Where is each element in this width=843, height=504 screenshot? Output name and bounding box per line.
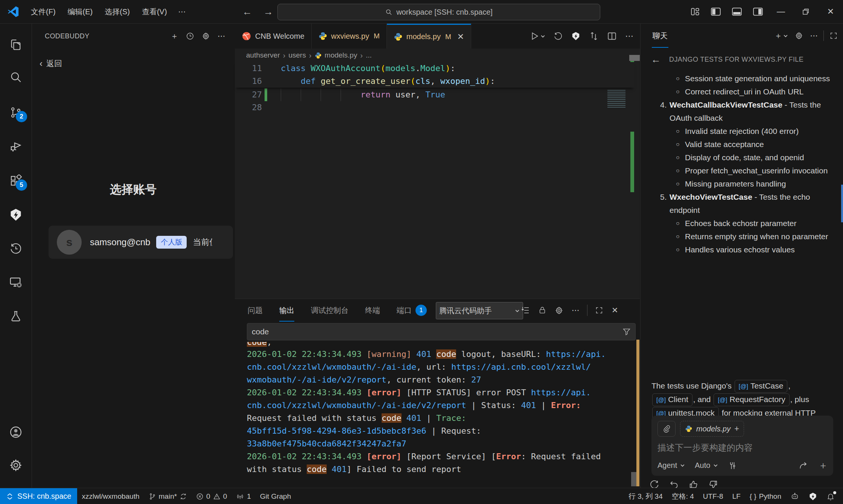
sidebar-settings-icon[interactable] <box>198 32 214 40</box>
log-link[interactable]: cnb.cool/xzzlwl/wxmobauth/-/ai-ide <box>247 362 416 372</box>
panel-scrollbar-thumb[interactable] <box>631 472 636 486</box>
breadcrumb-users[interactable]: users <box>288 51 306 59</box>
send-button[interactable] <box>799 461 808 471</box>
panel-settings-icon[interactable] <box>552 306 566 315</box>
log-link[interactable]: https://api. <box>546 349 606 359</box>
editor-scrollbar-thumb[interactable] <box>629 55 640 61</box>
timeline-history-icon[interactable] <box>0 235 32 262</box>
log-link[interactable]: wxmobauth/-/ai-ide/v2/report <box>247 375 387 384</box>
history-icon[interactable] <box>182 32 198 40</box>
log-link[interactable]: 45bff15d-5f98-4294-86e3-1d5bebc8f3e6 <box>247 426 426 436</box>
customize-layout-icon[interactable] <box>690 7 700 17</box>
encoding[interactable]: UTF-8 <box>698 488 728 504</box>
nav-back-icon[interactable]: ← <box>237 6 257 18</box>
log-link[interactable]: https://api. <box>531 388 591 397</box>
output-channel-select[interactable]: 腾讯云代码助手 <box>436 302 523 319</box>
git-graph-status[interactable]: Git Graph <box>256 488 295 504</box>
back-button[interactable]: ‹ 返回 <box>40 58 62 69</box>
notifications-bell-icon[interactable] <box>822 488 839 504</box>
extensions-icon[interactable]: 5 <box>0 167 32 194</box>
attach-file-button[interactable] <box>657 421 676 437</box>
add-context-icon[interactable]: + <box>734 424 739 434</box>
new-input-plus-icon[interactable]: ＋ <box>818 459 828 472</box>
code-area[interactable]: 27 return user, True28 <box>235 88 635 114</box>
inline-code-chip[interactable]: [@]TestCase <box>735 380 788 393</box>
close-tab-icon[interactable]: ✕ <box>457 32 464 42</box>
tab-models-py[interactable]: models.py M ✕ <box>387 24 471 49</box>
chat-scrollbar-thumb[interactable] <box>841 185 843 222</box>
remote-indicator[interactable]: SSH: cnb.space <box>0 488 77 504</box>
agent-mode-select[interactable]: Agent <box>657 461 685 470</box>
close-window-button[interactable]: ✕ <box>818 0 843 23</box>
menu-selection[interactable]: 选择(S) <box>99 4 136 19</box>
editor-more-icon[interactable]: ⋯ <box>622 31 636 41</box>
chat-input-placeholder[interactable]: 描述下一步要构建的内容 <box>657 442 827 454</box>
nav-forward-icon[interactable]: → <box>258 6 278 18</box>
menu-view[interactable]: 查看(V) <box>136 4 173 19</box>
breadcrumb-symbol[interactable]: ... <box>366 51 372 59</box>
run-debug-icon[interactable] <box>0 133 32 160</box>
chat-settings-icon[interactable] <box>791 32 806 40</box>
sticky-scroll[interactable]: 11class WXOAuthAccount(models.Model):16 … <box>235 62 635 88</box>
context-file-chip[interactable]: models.py + <box>680 421 744 437</box>
code-line[interactable]: 11class WXOAuthAccount(models.Model): <box>235 62 635 75</box>
ports-status[interactable]: 1 <box>231 488 256 504</box>
problems-status[interactable]: 0 0 <box>192 488 231 504</box>
sidebar-more-icon[interactable]: ⋯ <box>214 32 229 41</box>
toggle-sidebar-icon[interactable] <box>711 7 721 17</box>
model-select[interactable]: Auto <box>695 461 718 470</box>
timeline-restore-icon[interactable] <box>551 32 565 41</box>
language-mode[interactable]: { }Python <box>745 488 786 504</box>
auto-scroll-icon[interactable] <box>518 306 533 315</box>
close-panel-icon[interactable]: ✕ <box>609 306 621 315</box>
search-view-icon[interactable] <box>0 64 32 91</box>
indentation[interactable]: 空格: 4 <box>667 488 698 504</box>
account-icon[interactable] <box>0 419 32 446</box>
git-branch[interactable]: main* <box>144 488 192 504</box>
settings-gear-icon[interactable] <box>0 452 32 479</box>
log-link[interactable]: https://api.cnb.cool/xzzlwl/ <box>451 362 591 372</box>
back-arrow-icon[interactable]: ← <box>651 54 661 65</box>
remote-explorer-icon[interactable] <box>0 269 32 296</box>
test-beaker-icon[interactable] <box>0 303 32 330</box>
code-line[interactable]: 27 return user, True <box>235 88 635 101</box>
tab-terminal[interactable]: 终端 <box>365 299 380 322</box>
restore-button[interactable] <box>793 0 818 23</box>
output-filter-input[interactable]: code <box>247 323 636 340</box>
breadcrumb[interactable]: authserver › users › models.py › ... <box>235 49 651 62</box>
tab-chat[interactable]: 聊天 <box>652 24 668 48</box>
close-chat-icon[interactable]: ✕ <box>841 31 843 40</box>
cursor-position[interactable]: 行 3, 列 34 <box>624 488 667 504</box>
expand-chat-icon[interactable] <box>826 32 841 40</box>
repo-name[interactable]: xzzlwl/wxmobauth <box>77 488 144 504</box>
menu-more-icon[interactable]: ⋯ <box>173 7 191 16</box>
minimize-button[interactable]: — <box>768 0 793 23</box>
code-line[interactable]: 16 def get_or_create_user(cls, wxopen_id… <box>235 75 635 88</box>
tab-debug-console[interactable]: 调试控制台 <box>311 299 348 322</box>
panel-more-icon[interactable]: ⋯ <box>569 306 583 315</box>
filter-funnel-icon[interactable] <box>622 328 631 336</box>
inline-code-chip[interactable]: [@]RequestFactory <box>714 393 789 406</box>
log-link[interactable]: cnb.cool/xzzlwl/wxmobauth/-/ai-ide/v2/re… <box>247 401 466 410</box>
breadcrumb-models-py[interactable]: models.py <box>325 51 358 59</box>
lock-scroll-icon[interactable] <box>535 306 549 314</box>
tab-problems[interactable]: 问题 <box>248 299 263 322</box>
explorer-icon[interactable] <box>0 31 32 58</box>
new-session-icon[interactable]: ＋ <box>167 31 182 41</box>
split-editor-icon[interactable] <box>604 31 619 41</box>
codebuddy-status-icon[interactable] <box>804 488 822 504</box>
maximize-panel-icon[interactable] <box>592 306 606 314</box>
eol[interactable]: LF <box>728 488 745 504</box>
tab-output[interactable]: 输出 <box>279 299 294 322</box>
code-line[interactable]: 28 <box>235 101 635 114</box>
log-link[interactable]: 33a8b0ef475b40cda6842f34247a2fa7 <box>247 439 406 448</box>
toggle-secondary-sidebar-icon[interactable] <box>753 7 763 17</box>
codebuddy-view-icon[interactable] <box>0 201 32 228</box>
compare-changes-icon[interactable] <box>586 31 601 41</box>
inline-code-chip[interactable]: [@]Client <box>652 393 692 406</box>
output-log[interactable]: code,2026-01-02 22:43:34.493 [warning] 4… <box>247 342 635 476</box>
source-control-icon[interactable]: 2 <box>0 99 32 126</box>
menu-edit[interactable]: 编辑(E) <box>62 4 99 19</box>
tab-cnb-welcome[interactable]: CNB Welcome <box>235 24 312 49</box>
new-chat-icon[interactable]: ＋ <box>771 30 791 41</box>
